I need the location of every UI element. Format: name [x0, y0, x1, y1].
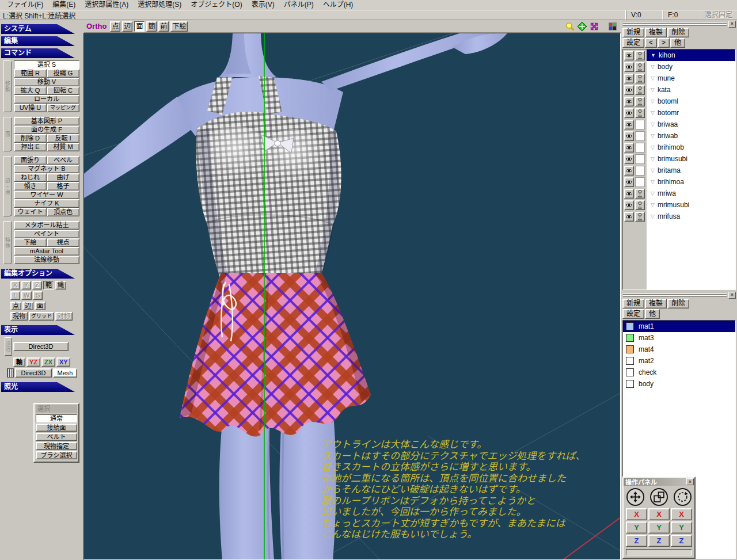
command-button[interactable]: ナイフ K	[14, 199, 79, 208]
command-button[interactable]: 傾き	[14, 182, 47, 191]
object-row[interactable]: ▽britama	[623, 165, 735, 176]
axis-x-button[interactable]: X	[648, 508, 670, 520]
material-row[interactable]: body	[623, 378, 735, 390]
axis-z-button[interactable]: Z	[671, 535, 692, 547]
viewport-toolbar-button[interactable]: 面	[134, 21, 145, 32]
edit-lock-icon[interactable]	[635, 200, 645, 210]
menu-item[interactable]: 選択部属性(A)	[80, 0, 133, 10]
material-action-button[interactable]: 設定	[622, 309, 644, 319]
selection-mode-button[interactable]: 接続面	[36, 424, 77, 432]
edit-options-banner[interactable]: 編集オプション	[1, 269, 75, 279]
edit-lock-empty[interactable]	[635, 166, 645, 176]
command-button[interactable]: 基本図形 P	[14, 117, 79, 125]
edit-option-button[interactable]: 縄	[55, 281, 66, 289]
visibility-eye-icon[interactable]	[624, 120, 634, 129]
visibility-eye-icon[interactable]	[624, 177, 634, 187]
expand-triangle-icon[interactable]: ▽	[651, 110, 655, 116]
rotate-tool-button[interactable]	[674, 488, 692, 506]
command-button[interactable]: 面張り	[14, 156, 47, 165]
expand-triangle-icon[interactable]: ▽	[651, 87, 655, 93]
expand-triangle-icon[interactable]: ▽	[651, 64, 655, 70]
visibility-eye-icon[interactable]	[624, 189, 634, 199]
wireframe-icon[interactable]	[7, 368, 14, 378]
command-button[interactable]: ねじれ	[14, 173, 47, 182]
menu-item[interactable]: 編集(E)	[48, 0, 80, 10]
expand-triangle-icon[interactable]: ▽	[651, 133, 655, 139]
operation-panel-close-icon[interactable]: ×	[686, 478, 694, 485]
material-action-button[interactable]: 他	[645, 309, 660, 319]
edit-lock-empty[interactable]	[635, 143, 645, 153]
axis-toggle-button[interactable]: 軸	[13, 357, 25, 367]
material-action-button[interactable]: 複製	[645, 299, 667, 308]
material-row[interactable]: mat4	[623, 344, 735, 355]
object-row[interactable]: ▽mrimusubi	[623, 199, 735, 211]
edit-option-button[interactable]: 辺	[22, 302, 33, 310]
material-action-button[interactable]: 削除	[667, 299, 689, 308]
visibility-eye-icon[interactable]	[624, 97, 634, 106]
edit-lock-icon[interactable]	[635, 212, 645, 222]
object-row[interactable]: ▽briwaa	[623, 119, 735, 130]
edit-option-button[interactable]: 面	[35, 302, 45, 310]
mesh-toggle-button[interactable]: Mesh	[53, 368, 77, 378]
edit-lock-icon[interactable]	[635, 108, 645, 118]
edit-option-button[interactable]: 範	[43, 281, 54, 289]
viewport-toolbar-button[interactable]: 前	[158, 21, 169, 32]
edit-lock-icon[interactable]	[635, 97, 645, 106]
command-button[interactable]: 曲げ	[47, 173, 79, 182]
command-button[interactable]: 法線移動	[14, 256, 79, 264]
object-action-button[interactable]: 削除	[667, 28, 689, 37]
edit-option-button[interactable]: グリッド	[29, 312, 54, 321]
visibility-eye-icon[interactable]	[624, 85, 634, 95]
command-button[interactable]: 拡大 Q	[14, 86, 47, 95]
command-button[interactable]: メタボール粘土	[14, 221, 79, 230]
object-row[interactable]: ▽mrifusa	[623, 211, 735, 222]
command-button[interactable]: ベベル	[47, 156, 79, 165]
expand-triangle-icon[interactable]: ▽	[651, 121, 655, 127]
material-row[interactable]: check	[623, 367, 735, 378]
viewport-toolbar-button[interactable]: 簡	[146, 21, 157, 32]
edit-option-button[interactable]: 現物	[10, 312, 28, 321]
viewport-toolbar-button[interactable]: 下絵	[170, 21, 188, 32]
object-row[interactable]: ▽brimusubi	[623, 153, 735, 165]
edit-lock-icon[interactable]	[635, 51, 645, 60]
edit-option-button[interactable]: 点	[10, 302, 21, 310]
expand-triangle-icon[interactable]: ▽	[651, 202, 655, 208]
visibility-eye-icon[interactable]	[624, 51, 634, 60]
renderer-button[interactable]: Direct3D	[13, 342, 69, 351]
object-row[interactable]: ▽briwab	[623, 130, 735, 142]
command-button[interactable]: 回転 C	[47, 86, 79, 95]
expand-triangle-icon[interactable]: ▽	[651, 214, 655, 219]
material-panel-close-icon[interactable]: ×	[728, 292, 736, 299]
object-row[interactable]: ▽mriwa	[623, 188, 735, 199]
command-button[interactable]: ペイント	[14, 230, 79, 238]
command-button[interactable]: マグネット B	[14, 165, 79, 173]
expand-triangle-icon[interactable]: ▽	[651, 98, 655, 104]
command-banner[interactable]: コマンド	[1, 48, 75, 58]
axis-z-button[interactable]: Z	[626, 535, 647, 547]
command-button[interactable]: 材質 M	[47, 143, 79, 151]
command-button[interactable]: ワイヤー W	[14, 191, 79, 199]
material-row[interactable]: mat1	[623, 321, 735, 332]
visibility-eye-icon[interactable]	[624, 108, 634, 118]
edit-lock-icon[interactable]	[635, 74, 645, 83]
expand-triangle-icon[interactable]: ▽	[651, 179, 655, 185]
plane-toggle-button[interactable]: YZ	[26, 357, 40, 367]
command-button[interactable]: 範囲 R	[14, 69, 47, 78]
command-button[interactable]: 移動 V	[14, 78, 79, 86]
object-row[interactable]: ▽botoml	[623, 96, 735, 107]
viewport-toolbar-button[interactable]: 点	[110, 21, 120, 32]
edit-lock-empty[interactable]	[635, 131, 645, 141]
system-banner[interactable]: システム	[1, 24, 75, 34]
command-button[interactable]: 下絵	[14, 238, 47, 247]
3d-viewport[interactable]: アウトラインは大体こんな感じです。スカートはすその部分にテクスチャでエッジ処理を…	[83, 33, 621, 560]
object-action-button[interactable]: >	[658, 38, 670, 48]
edit-lock-empty[interactable]	[635, 177, 645, 187]
object-action-button[interactable]: 複製	[645, 28, 667, 37]
selection-mode-button[interactable]: 現物指定	[36, 442, 77, 450]
command-button[interactable]: 選択 S	[14, 60, 79, 69]
command-button[interactable]: マッピング	[47, 104, 79, 112]
command-button[interactable]: 押出 E	[14, 143, 47, 151]
selection-mode-button[interactable]: ブラシ選択	[36, 451, 77, 459]
visibility-eye-icon[interactable]	[624, 154, 634, 164]
expand-triangle-icon[interactable]: ▼	[651, 52, 656, 58]
